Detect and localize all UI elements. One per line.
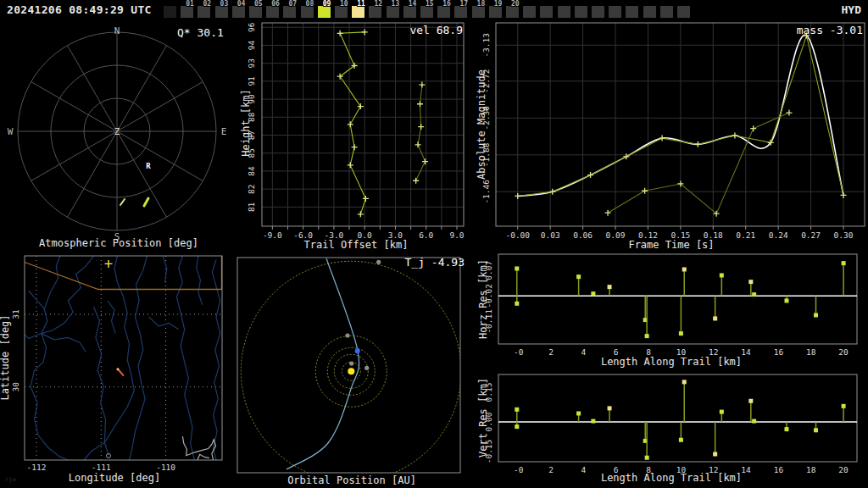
frame-box-label-14: 14 xyxy=(409,1,417,8)
svg-text:-3.13: -3.13 xyxy=(481,33,491,58)
mercury-dot xyxy=(349,361,353,365)
height-ylabel: Height [km] xyxy=(240,89,252,156)
frame-box-empty-0[interactable] xyxy=(164,6,176,18)
panel-ground-map: -112-111-1103130 Longitude [deg] Latitud… xyxy=(0,251,229,488)
frame-time-xlabel: Frame Time [s] xyxy=(475,239,868,251)
frame-box-08[interactable] xyxy=(301,6,314,18)
frame-box-label-05: 05 xyxy=(254,1,263,8)
frame-box-label-18: 18 xyxy=(477,1,486,8)
svg-text:Z: Z xyxy=(114,126,120,137)
svg-text:30: 30 xyxy=(11,382,20,392)
jupiter-dot xyxy=(376,260,381,264)
trail-offset-xlabel: Trail Offset [km] xyxy=(237,239,475,251)
panel-horz-residuals: -024681012141618200.07-0.02-0.11 Length … xyxy=(475,251,868,369)
frame-box-06[interactable] xyxy=(266,6,279,18)
frame-box-empty-21[interactable] xyxy=(523,6,536,18)
meteor-analysis-screen: 20241206 08:49:29 UTC 010203040506070809… xyxy=(0,0,868,488)
frame-box-12[interactable] xyxy=(369,6,381,18)
frame-box-empty-22[interactable] xyxy=(540,6,553,18)
frame-box-empty-26[interactable] xyxy=(609,6,621,18)
latitude-ylabel: Latitude [deg] xyxy=(0,314,11,400)
horz-res-plot: -024681012141618200.07-0.02-0.11 xyxy=(475,251,868,369)
frame-box-label-19: 19 xyxy=(494,1,503,8)
frame-box-empty-24[interactable] xyxy=(575,6,587,18)
svg-text:-112: -112 xyxy=(27,463,47,472)
svg-text:96: 96 xyxy=(247,22,256,32)
trail-offset-plot: -9.0-6.0-3.00.03.06.09.09694939190888785… xyxy=(237,20,475,251)
frame-box-17[interactable] xyxy=(454,6,467,18)
frame-box-label-12: 12 xyxy=(374,1,382,8)
frame-box-label-15: 15 xyxy=(426,1,434,8)
tisserand-annotation: T_j -4.93 xyxy=(405,256,465,269)
svg-text:93: 93 xyxy=(247,58,256,68)
panel-vert-residuals: -024681012141618200.150.00-0.15 Length A… xyxy=(475,369,868,488)
frame-box-empty-30[interactable] xyxy=(677,6,690,18)
frame-box-18[interactable] xyxy=(472,6,485,18)
frame-box-empty-29[interactable] xyxy=(660,6,673,18)
frame-box-03[interactable] xyxy=(215,6,228,18)
svg-text:-110: -110 xyxy=(156,463,175,472)
frame-box-10[interactable] xyxy=(335,6,348,18)
frame-box-label-11: 11 xyxy=(357,1,365,8)
svg-text:R: R xyxy=(146,162,151,170)
frame-box-label-08: 08 xyxy=(306,1,314,8)
frame-box-13[interactable] xyxy=(387,6,399,18)
venus-dot xyxy=(364,366,369,370)
frame-box-empty-25[interactable] xyxy=(592,6,604,18)
longitude-xlabel: Longitude [deg] xyxy=(0,472,229,484)
svg-text:N: N xyxy=(114,25,120,36)
frame-box-label-07: 07 xyxy=(288,1,297,8)
vert-res-ylabel: Vert Res [km] xyxy=(477,378,489,458)
frame-box-empty-27[interactable] xyxy=(626,6,638,18)
velocity-annotation: vel 68.9 xyxy=(409,24,463,36)
frame-box-empty-23[interactable] xyxy=(558,6,570,18)
polar-plot-title: Atmospheric Position [deg] xyxy=(0,237,237,249)
mars-dot xyxy=(345,333,349,337)
frame-box-09[interactable] xyxy=(318,6,331,18)
svg-text:31: 31 xyxy=(11,309,20,319)
frame-box-label-06: 06 xyxy=(271,1,280,8)
mass-annotation: mass -3.01 xyxy=(797,24,863,36)
orbit-title: Orbital Position [AU] xyxy=(229,474,475,486)
frame-box-label-04: 04 xyxy=(237,1,246,8)
timestamp: 20241206 08:49:29 UTC xyxy=(7,3,152,16)
panel-atmospheric-position: NESWZR Q* 30.1 Atmospheric Position [deg… xyxy=(0,20,237,251)
frame-box-15[interactable] xyxy=(420,6,433,18)
vert-res-xlabel: Length Along Trail [km] xyxy=(475,472,868,484)
frame-box-label-16: 16 xyxy=(442,1,451,8)
frame-box-label-09: 09 xyxy=(323,1,331,8)
svg-text:91: 91 xyxy=(247,76,256,86)
frame-box-empty-28[interactable] xyxy=(643,6,656,18)
svg-text:-111: -111 xyxy=(92,463,111,472)
top-bar: 20241206 08:49:29 UTC 010203040506070809… xyxy=(0,0,868,20)
frame-box-14[interactable] xyxy=(403,6,416,18)
frame-box-label-02: 02 xyxy=(203,1,211,8)
frame-box-05[interactable] xyxy=(249,6,262,18)
frame-box-label-13: 13 xyxy=(392,1,400,8)
vert-res-plot: -024681012141618200.150.00-0.15 xyxy=(475,369,868,488)
frame-box-16[interactable] xyxy=(437,6,450,18)
panel-trail-offset: -9.0-6.0-3.00.03.06.09.09694939190888785… xyxy=(237,20,475,251)
watermark-text: rjw xyxy=(5,476,16,483)
frame-box-label-17: 17 xyxy=(459,1,468,8)
frame-box-04[interactable] xyxy=(232,6,245,18)
ground-map-plot: -112-111-1103130 xyxy=(0,251,229,488)
svg-text:-1.46: -1.46 xyxy=(481,180,491,204)
frame-box-07[interactable] xyxy=(283,6,296,18)
horz-res-ylabel: Horz Res [km] xyxy=(477,259,489,339)
frame-box-20[interactable] xyxy=(506,6,519,18)
frame-box-01[interactable] xyxy=(181,6,193,18)
svg-text:W: W xyxy=(8,126,14,137)
frame-box-02[interactable] xyxy=(198,6,210,18)
frame-box-11[interactable] xyxy=(352,6,364,18)
magnitude-plot: -0.000.030.060.090.120.150.180.210.240.2… xyxy=(475,20,868,251)
frame-box-19[interactable] xyxy=(489,6,502,18)
atmospheric-position-plot: NESWZR xyxy=(0,20,237,251)
frame-box-label-10: 10 xyxy=(340,1,348,8)
earth-dot xyxy=(355,348,360,353)
q-value-annotation: Q* 30.1 xyxy=(177,26,224,39)
panel-orbit: T_j -4.93 Orbital Position [AU] xyxy=(229,251,475,488)
frame-box-label-03: 03 xyxy=(220,1,229,8)
frame-box-label-20: 20 xyxy=(511,1,520,8)
svg-text:84: 84 xyxy=(247,166,256,176)
